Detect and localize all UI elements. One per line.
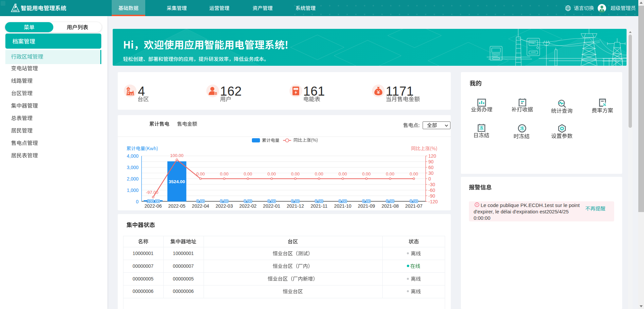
svg-text:0.00: 0.00 (362, 199, 370, 204)
svg-text:100.00: 100.00 (147, 199, 160, 204)
svg-text:100.00: 100.00 (170, 153, 183, 158)
svg-text:2022-03: 2022-03 (216, 203, 233, 209)
svg-text:0.00: 0.00 (315, 171, 323, 176)
svg-text:-120: -120 (428, 199, 438, 204)
svg-text:2022-01: 2022-01 (263, 203, 280, 209)
svg-text:60: 60 (428, 165, 434, 170)
svg-text:0.00: 0.00 (291, 199, 299, 204)
svg-text:0.00: 0.00 (220, 199, 228, 204)
svg-text:0.00: 0.00 (362, 171, 371, 176)
svg-text:2021-09: 2021-09 (358, 203, 375, 209)
svg-text:2021-10: 2021-10 (334, 203, 352, 209)
svg-text:0.00: 0.00 (386, 171, 394, 176)
svg-text:2022-05: 2022-05 (168, 203, 186, 209)
svg-text:2022-02: 2022-02 (239, 203, 257, 209)
svg-text:2,000: 2,000 (127, 176, 139, 182)
svg-text:-90: -90 (428, 193, 435, 199)
svg-text:2021-11: 2021-11 (311, 203, 328, 209)
svg-text:90: 90 (428, 159, 434, 164)
svg-text:2022-06: 2022-06 (145, 203, 162, 209)
svg-text:0.00: 0.00 (244, 199, 252, 204)
svg-text:1,000: 1,000 (127, 188, 139, 193)
svg-text:0: 0 (136, 199, 139, 204)
svg-text:2021-08: 2021-08 (381, 203, 399, 209)
svg-text:0.00: 0.00 (291, 171, 300, 176)
svg-text:2021-07: 2021-07 (405, 203, 423, 209)
svg-text:0.00: 0.00 (244, 171, 252, 176)
svg-text:0.00: 0.00 (196, 171, 205, 176)
svg-text:3,000: 3,000 (127, 165, 139, 170)
svg-text:4,000: 4,000 (127, 153, 139, 159)
svg-text:120: 120 (428, 153, 436, 159)
svg-text:0.00: 0.00 (339, 199, 347, 204)
svg-text:0.00: 0.00 (410, 199, 418, 204)
svg-text:0.00: 0.00 (268, 199, 276, 204)
svg-text:0.00: 0.00 (197, 199, 205, 204)
svg-text:0.00: 0.00 (386, 199, 394, 204)
svg-text:-97.00: -97.00 (146, 190, 158, 195)
svg-text:30: 30 (428, 170, 434, 176)
svg-text:0.00: 0.00 (267, 171, 276, 176)
svg-text:2021-12: 2021-12 (287, 203, 304, 209)
svg-text:3524.00: 3524.00 (169, 179, 185, 184)
svg-text:-60: -60 (428, 188, 435, 193)
svg-text:2022-04: 2022-04 (192, 203, 209, 209)
svg-text:0.00: 0.00 (338, 171, 347, 176)
svg-text:0.00: 0.00 (315, 199, 323, 204)
svg-text:0.00: 0.00 (220, 171, 228, 176)
svg-text:0.00: 0.00 (410, 171, 418, 176)
svg-text:-30: -30 (428, 182, 435, 187)
svg-text:0: 0 (428, 176, 431, 182)
